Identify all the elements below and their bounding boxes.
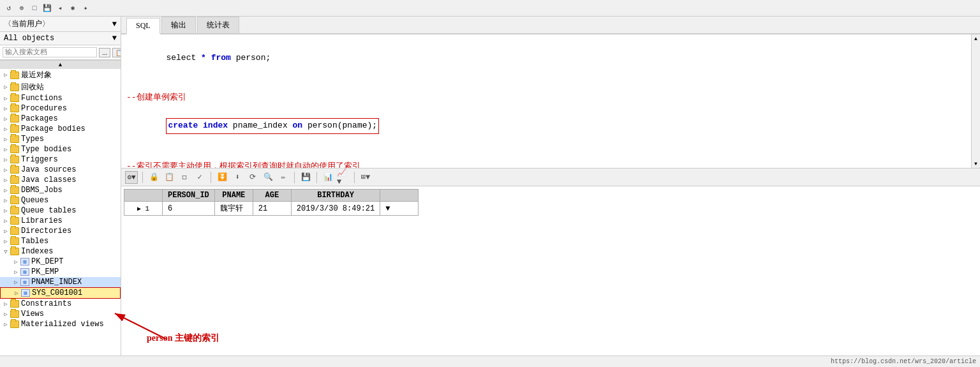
sidebar-item-回收站[interactable]: ▷回收站 [0, 81, 121, 93]
tree-item-label: Procedures [21, 104, 67, 113]
sidebar-item-最近对象[interactable]: ▷最近对象 [0, 69, 121, 81]
expand-icon[interactable]: ▷ [3, 116, 9, 122]
folder-icon [10, 186, 19, 194]
toolbar-icon-1[interactable]: ↺ [4, 3, 14, 13]
search-options-button[interactable]: ... [99, 48, 110, 57]
result-tb-chart[interactable]: 📊 [322, 171, 334, 184]
toolbar-icon-7[interactable]: ✦ [80, 3, 91, 13]
expand-icon[interactable]: ▷ [3, 321, 9, 327]
sidebar-item-dbms_jobs[interactable]: ▷DBMS_Jobs [0, 185, 121, 195]
sidebar-item-pk_dept[interactable]: ▷⊞PK_DEPT [0, 257, 121, 267]
expand-icon[interactable]: ▷ [13, 290, 20, 296]
sidebar-item-materialized-views[interactable]: ▷Materialized views [0, 319, 121, 329]
sidebar-item-sys_c001001[interactable]: ▷⊞SYS_C001001 [0, 287, 121, 299]
cell-dropdown[interactable]: ▼ [380, 202, 419, 216]
result-tb-grid[interactable]: ⊞▼ [359, 171, 372, 184]
expand-icon[interactable]: ▷ [3, 146, 9, 153]
expand-icon[interactable]: ▷ [3, 105, 9, 112]
expand-icon[interactable]: ▷ [13, 258, 19, 265]
sidebar-item-tables[interactable]: ▷Tables [0, 236, 121, 246]
sidebar-item-functions[interactable]: ▷Functions [0, 93, 121, 103]
result-toolbar: ⚙▼ 🔒 📋 ◻ ✓ ⏬ ⬇ ⟳ 🔍 ✏ 💾 📊 📈▼ ⊞▼ [121, 169, 980, 186]
expand-icon[interactable]: ▷ [3, 301, 9, 307]
result-tb-square[interactable]: ◻ [178, 171, 191, 184]
expand-icon[interactable]: ▷ [3, 197, 9, 204]
tree-item-label: Views [21, 310, 44, 318]
expand-icon[interactable]: ▷ [3, 167, 9, 173]
result-tb-check[interactable]: ✓ [193, 171, 206, 184]
cell-pname: 魏宇轩 [214, 202, 253, 216]
result-tb-refresh[interactable]: ⟳ [246, 171, 259, 184]
sidebar-item-packages[interactable]: ▷Packages [0, 114, 121, 124]
expand-icon[interactable]: ▷ [3, 177, 9, 183]
expand-icon[interactable]: ▷ [3, 238, 9, 244]
search-copy-button[interactable]: 📋 [112, 48, 121, 57]
sidebar-item-libraries[interactable]: ▷Libraries [0, 216, 121, 226]
tree-item-label: Constraints [21, 299, 71, 308]
toolbar-icon-5[interactable]: ◂ [55, 3, 65, 13]
sidebar-item-type-bodies[interactable]: ▷Type bodies [0, 144, 121, 154]
expand-icon[interactable]: ▷ [13, 279, 19, 285]
sidebar-item-pname_index[interactable]: ▷⊞PNAME_INDEX [0, 277, 121, 287]
expand-icon[interactable]: ▷ [3, 84, 9, 91]
result-tb-edit[interactable]: ✏ [277, 171, 290, 184]
expand-icon[interactable]: ▷ [3, 311, 9, 317]
sidebar-item-package-bodies[interactable]: ▷Package bodies [0, 124, 121, 134]
user-dropdown[interactable]: 〈当前用户〉 ▼ [0, 17, 121, 32]
result-tb-save[interactable]: 💾 [299, 171, 312, 184]
result-tb-copy[interactable]: 📋 [163, 171, 175, 184]
expand-icon[interactable]: ▷ [3, 72, 9, 79]
result-tb-down[interactable]: ⏬ [216, 171, 228, 184]
tree-item-label: Functions [21, 94, 63, 103]
sql-editor[interactable]: select * from person; --创建单例索引 create in… [121, 34, 980, 169]
toolbar-icon-3[interactable]: □ [29, 3, 40, 13]
filter-dropdown[interactable]: All objects ▼ [0, 32, 121, 45]
expand-icon[interactable]: ▷ [3, 95, 9, 101]
expand-icon[interactable]: ▷ [3, 218, 9, 224]
toolbar-icon-6[interactable]: ✱ [68, 3, 78, 13]
toolbar-icon-4[interactable]: 💾 [42, 3, 52, 13]
result-tb-sep2 [211, 172, 211, 183]
sidebar-item-java-classes[interactable]: ▷Java classes [0, 175, 121, 185]
tree-item-label: Directories [21, 227, 71, 236]
tabs-bar: SQL输出统计表 [121, 17, 980, 34]
result-area[interactable]: PERSON_ID PNAME AGE BIRTHDAY ▶ 1 6 魏宇轩 2… [121, 186, 980, 356]
sql-line-comment2: --索引不需要主动使用，根据索引列查询时就自动的使用了索引 [126, 160, 975, 169]
expand-icon[interactable]: ▷ [3, 136, 9, 142]
search-input[interactable] [3, 47, 97, 57]
scroll-up-icon[interactable]: ▲ [974, 36, 977, 41]
result-tb-sep5 [354, 172, 355, 183]
sidebar-item-indexes[interactable]: ▽Indexes [0, 246, 121, 257]
sidebar-item-procedures[interactable]: ▷Procedures [0, 103, 121, 114]
expand-icon[interactable]: ▽ [3, 248, 9, 255]
expand-icon[interactable]: ▷ [13, 269, 19, 275]
sidebar-item-queues[interactable]: ▷Queues [0, 195, 121, 206]
expand-icon[interactable]: ▷ [3, 187, 9, 193]
tab-统计表[interactable]: 统计表 [197, 17, 239, 33]
result-tb-lock[interactable]: 🔒 [147, 171, 160, 184]
sidebar-item-constraints[interactable]: ▷Constraints [0, 299, 121, 309]
expand-icon[interactable]: ▷ [3, 156, 9, 163]
row-arrow-cell: ▶ 1 [124, 202, 163, 216]
sidebar-scroll-up[interactable]: ▲ [0, 60, 121, 69]
scroll-down-icon[interactable]: ▼ [974, 161, 977, 167]
tab-输出[interactable]: 输出 [161, 17, 196, 33]
toolbar-icon-2[interactable]: ⊕ [17, 3, 27, 13]
sidebar-item-java-sources[interactable]: ▷Java sources [0, 165, 121, 175]
result-tb-down2[interactable]: ⬇ [231, 171, 244, 184]
expand-icon[interactable]: ▷ [3, 126, 9, 132]
sidebar-item-views[interactable]: ▷Views [0, 309, 121, 319]
expand-icon[interactable]: ▷ [3, 207, 9, 214]
tree-item-label: Libraries [21, 216, 63, 225]
result-tb-bar[interactable]: 📈▼ [337, 171, 350, 184]
expand-icon[interactable]: ▷ [3, 228, 9, 234]
folder-icon [10, 217, 19, 225]
result-tb-settings[interactable]: ⚙▼ [125, 171, 138, 184]
sidebar-item-triggers[interactable]: ▷Triggers [0, 154, 121, 165]
sidebar-item-directories[interactable]: ▷Directories [0, 226, 121, 236]
sidebar-item-pk_emp[interactable]: ▷⊞PK_EMP [0, 267, 121, 277]
sidebar-item-queue-tables[interactable]: ▷Queue tables [0, 206, 121, 216]
result-tb-search[interactable]: 🔍 [262, 171, 274, 184]
tab-SQL[interactable]: SQL [126, 18, 160, 34]
sidebar-item-types[interactable]: ▷Types [0, 134, 121, 144]
